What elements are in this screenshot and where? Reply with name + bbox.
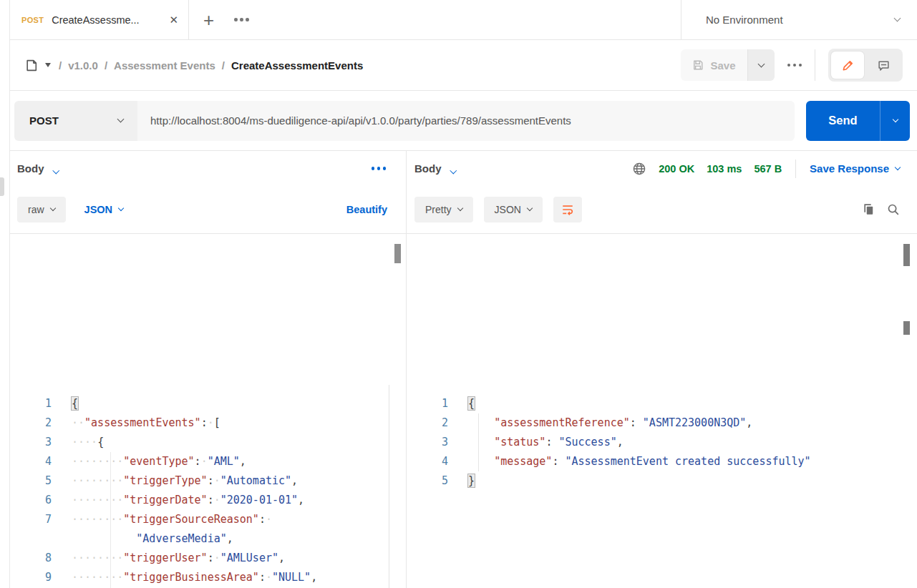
- send-label: Send: [828, 114, 857, 127]
- chevron-down-icon: [894, 15, 901, 22]
- body-mode-label: raw: [28, 204, 44, 215]
- code-line: 9········"triggerBusinessArea":·"NULL",: [10, 568, 389, 587]
- code-line: 7········"triggerSourceReason":·: [10, 510, 389, 529]
- breadcrumb-separator: /: [222, 59, 225, 72]
- code-line: 5}: [407, 471, 903, 491]
- comments-button[interactable]: [867, 52, 900, 79]
- sidebar-collapsed-strip[interactable]: [0, 0, 10, 588]
- sidebar-handle[interactable]: [0, 177, 4, 196]
- save-button-group: Save: [681, 49, 774, 81]
- response-size[interactable]: 567 B: [754, 163, 782, 175]
- edit-mode-button[interactable]: [831, 52, 864, 79]
- breadcrumb-version[interactable]: v1.0.0: [68, 59, 98, 72]
- breadcrumb-request-name: CreateAssessmentEvents: [231, 59, 363, 72]
- tab-title: CreateAssessme...: [52, 14, 140, 26]
- response-view-selector[interactable]: Pretty: [414, 197, 473, 222]
- breadcrumb-separator: /: [59, 59, 62, 72]
- environment-selector[interactable]: No Environment: [681, 0, 917, 39]
- save-response-button[interactable]: Save Response: [810, 162, 900, 175]
- comment-icon: [878, 59, 890, 72]
- code-line: 4 "message": "AssessmentEvent created su…: [407, 452, 903, 471]
- word-wrap-icon: [561, 203, 574, 216]
- request-editor-scrollbar[interactable]: [394, 244, 401, 263]
- chevron-down-icon: [457, 205, 462, 211]
- send-options-button[interactable]: [880, 101, 910, 141]
- pencil-icon: [842, 59, 854, 72]
- beautify-button[interactable]: Beautify: [346, 204, 387, 215]
- request-url-row: POST Send: [10, 91, 917, 150]
- chevron-down-icon: [895, 164, 901, 170]
- divider: [795, 160, 796, 178]
- new-tab-button[interactable]: +: [203, 11, 214, 29]
- divider: [815, 49, 815, 81]
- method-selector[interactable]: POST: [14, 101, 137, 141]
- response-meta: 200 OK 103 ms 567 B Save Response: [632, 160, 900, 178]
- body-language-selector[interactable]: JSON: [84, 204, 124, 215]
- code-line: 3 "status": "Success",: [407, 433, 903, 452]
- request-more-icon[interactable]: [787, 64, 802, 67]
- response-toolbar-icons: [863, 203, 900, 216]
- code-line: 4········"eventType":·"AML",: [10, 452, 389, 471]
- code-line: 3····{: [10, 433, 389, 452]
- code-line: "AdverseMedia",: [10, 529, 389, 549]
- save-label: Save: [710, 59, 735, 72]
- tab-options-icon[interactable]: [234, 18, 249, 21]
- breadcrumb-folder[interactable]: Assessment Events: [114, 59, 215, 72]
- save-options-button[interactable]: [747, 49, 775, 81]
- save-icon: [692, 59, 704, 71]
- status-badge[interactable]: 200 OK: [659, 163, 694, 175]
- send-button[interactable]: Send: [806, 101, 880, 141]
- response-toolbar: Pretty JSON: [407, 186, 917, 234]
- close-icon[interactable]: ✕: [169, 14, 178, 26]
- code-line: 2 "assessmentReference": "ASMT223000N3QD…: [407, 413, 903, 433]
- breadcrumb-separator: /: [105, 59, 107, 72]
- request-body-toolbar: raw JSON Beautify: [10, 186, 406, 234]
- request-section-label: Body: [17, 162, 44, 175]
- request-body-editor[interactable]: 1{2··"assessmentEvents":·[3····{4·······…: [10, 385, 389, 588]
- request-control: POST: [14, 101, 795, 141]
- request-section-selector[interactable]: Body: [17, 162, 58, 175]
- save-button[interactable]: Save: [681, 49, 747, 81]
- chevron-down-icon: [527, 205, 533, 211]
- breadcrumb: / v1.0.0 / Assessment Events / CreateAss…: [25, 59, 363, 72]
- copy-icon[interactable]: [863, 203, 875, 216]
- side-panel-toggle: [828, 49, 903, 82]
- postman-app: POST CreateAssessme... ✕ + No Environmen…: [0, 0, 917, 588]
- indent-guide: [110, 452, 111, 588]
- response-section-selector[interactable]: Body: [414, 162, 455, 175]
- response-pane-header: Body 200 OK 103 ms 567 B Save Response: [407, 151, 917, 186]
- response-scrollbar[interactable]: [903, 244, 910, 266]
- response-pane: Body 200 OK 103 ms 567 B Save Response P…: [406, 150, 917, 588]
- header-actions: Save: [681, 49, 903, 82]
- tab-bar: POST CreateAssessme... ✕ + No Environmen…: [10, 0, 917, 40]
- response-time[interactable]: 103 ms: [707, 163, 742, 175]
- save-response-label: Save Response: [810, 162, 889, 175]
- network-globe-icon[interactable]: [632, 162, 646, 176]
- response-language-selector[interactable]: JSON: [484, 197, 543, 222]
- send-button-group: Send: [806, 101, 910, 141]
- request-pane: Body raw JSON Beautify 1{2··"assessmentE…: [10, 150, 406, 588]
- response-scrollbar-marker[interactable]: [903, 321, 910, 335]
- chevron-down-icon: [118, 205, 124, 211]
- response-language-label: JSON: [495, 204, 521, 215]
- request-body-more-icon[interactable]: [372, 167, 387, 170]
- search-icon[interactable]: [887, 203, 900, 216]
- tab-method-badge: POST: [21, 16, 44, 24]
- breadcrumb-row: / v1.0.0 / Assessment Events / CreateAss…: [10, 40, 917, 91]
- wrap-lines-button[interactable]: [553, 197, 582, 222]
- url-input[interactable]: [137, 101, 795, 141]
- code-line: 5········"triggerType":·"Automatic",: [10, 471, 389, 491]
- body-mode-selector[interactable]: raw: [17, 197, 66, 222]
- chevron-down-icon: [117, 116, 125, 123]
- response-view-label: Pretty: [425, 204, 452, 215]
- code-line: 1{: [10, 394, 389, 413]
- collection-icon[interactable]: [25, 59, 39, 72]
- request-pane-header: Body: [10, 151, 406, 186]
- chevron-down-icon: [49, 205, 55, 211]
- code-line: 6········"triggerDate":·"2020-01-01",: [10, 491, 389, 510]
- indent-guide: [478, 413, 479, 471]
- method-label: POST: [29, 114, 59, 127]
- collection-caret-icon[interactable]: [45, 63, 51, 67]
- request-tab[interactable]: POST CreateAssessme... ✕: [10, 0, 189, 39]
- response-body-viewer[interactable]: 1{2 "assessmentReference": "ASMT223000N3…: [407, 385, 903, 588]
